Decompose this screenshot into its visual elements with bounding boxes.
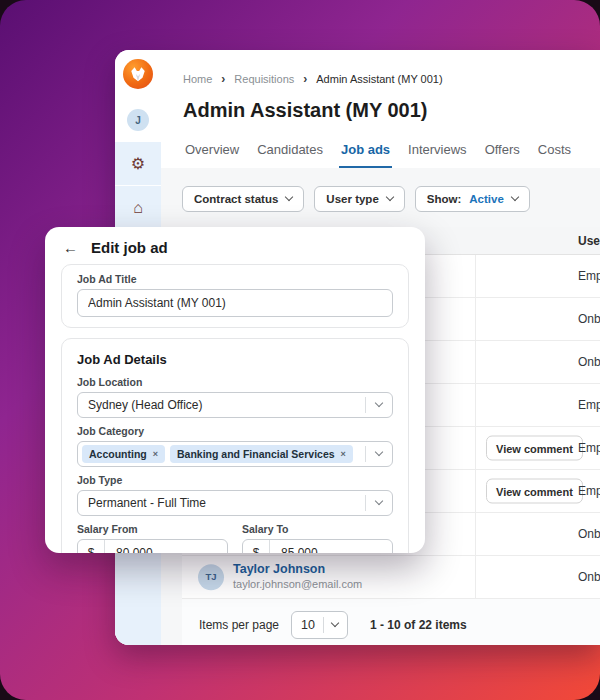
avatar: TJ [198,564,224,590]
currency-symbol: $ [78,540,105,553]
tab-job-ads[interactable]: Job ads [339,142,392,168]
column-divider [475,427,476,469]
show-filter[interactable]: Show: Active [415,186,530,212]
chevron-down-icon [366,404,392,406]
user-status: Employee [578,269,600,283]
tab-costs[interactable]: Costs [536,142,573,168]
table-row: TJTaylor Johnsontaylor.johnson@email.com… [182,556,600,599]
user-status: Employee [578,484,600,498]
category-chip: Accounting× [82,445,165,463]
contract-status-label: Contract status [194,193,278,205]
page-background: J ⚙ ⌂ Home › Requisitions › Admin Assist… [0,0,600,700]
sidebar-item-home[interactable]: ⌂ [115,186,161,230]
job-location-field: Job Location Sydney (Head Office) [77,377,393,418]
column-divider [475,384,476,426]
job-type-select[interactable]: Permanent - Full Time [77,490,393,516]
user-email: taylor.johnson@email.com [233,578,362,592]
salary-from-label: Salary From [77,524,228,535]
salary-from-input[interactable] [105,546,227,553]
breadcrumb-requisitions[interactable]: Requisitions [234,73,294,85]
user-status: Employee [578,398,600,412]
view-comment-button[interactable]: View comment [486,479,583,504]
chevron-down-icon [366,502,392,504]
job-ad-title-label: Job Ad Title [77,274,393,285]
job-ad-details-card: Job Ad Details Job Location Sydney (Head… [61,338,409,553]
job-category-field: Job Category Accounting×Banking and Fina… [77,426,393,467]
user-status: Onboarding [578,312,600,326]
pagination-bar: Items per page 10 1 - 10 of 22 items [182,599,600,645]
job-location-value: Sydney (Head Office) [78,398,365,412]
user-type-filter[interactable]: User type [314,186,404,212]
breadcrumb-current: Admin Assistant (MY 001) [316,73,442,85]
category-chip: Banking and Financial Services× [170,445,353,463]
user-status: Employee [578,441,600,455]
back-arrow-icon[interactable]: ← [63,240,78,255]
job-ad-title-card: Job Ad Title [61,264,409,328]
user-status: Onboarding [578,355,600,369]
column-divider [475,341,476,383]
job-ad-details-heading: Job Ad Details [77,352,393,367]
column-divider [475,298,476,340]
items-per-page-select[interactable]: 10 [291,611,348,639]
gear-icon: ⚙ [131,156,145,172]
tab-candidates[interactable]: Candidates [255,142,325,168]
job-location-label: Job Location [77,377,393,388]
sidebar-item-settings[interactable]: ⚙ [115,142,161,186]
view-comment-button[interactable]: View comment [486,436,583,461]
app-logo-button[interactable] [115,50,161,98]
items-per-page-label: Items per page [199,618,279,632]
tab-bar: OverviewCandidatesJob adsInterviewsOffer… [183,142,600,168]
user-status: Onboarding [578,570,600,584]
job-ad-title-input[interactable] [77,289,393,317]
chevron-down-icon [366,453,392,455]
breadcrumb: Home › Requisitions › Admin Assistant (M… [161,50,600,86]
remove-chip-icon[interactable]: × [341,449,346,459]
avatar: J [127,109,149,131]
remove-chip-icon[interactable]: × [153,449,158,459]
chip-label: Banking and Financial Services [177,448,335,460]
user-status: Onboarding [578,527,600,541]
modal-header: ← Edit job ad [45,227,425,264]
job-category-chips: Accounting×Banking and Financial Service… [78,445,365,463]
breadcrumb-home[interactable]: Home [183,73,212,85]
column-divider [475,470,476,512]
show-value: Active [469,193,504,205]
divider [323,617,324,633]
job-category-select[interactable]: Accounting×Banking and Financial Service… [77,441,393,467]
salary-to-field: Salary To $ [242,524,393,553]
user-cell: TJTaylor Johnsontaylor.johnson@email.com [198,562,362,591]
job-category-label: Job Category [77,426,393,437]
filter-row: Contract status User type Show: Active [182,186,600,212]
column-divider [475,255,476,297]
edit-job-ad-modal: ← Edit job ad Job Ad Title Job Ad Detail… [45,227,425,553]
contract-status-filter[interactable]: Contract status [182,186,304,212]
job-location-select[interactable]: Sydney (Head Office) [77,392,393,418]
salary-from-field: Salary From $ [77,524,228,553]
show-label: Show: [427,193,462,205]
currency-symbol: $ [243,540,270,553]
user-avatar-button[interactable]: J [115,98,161,142]
home-icon: ⌂ [133,200,143,216]
column-header-user: User [578,234,600,248]
chevron-right-icon: › [303,72,307,86]
chevron-down-icon [331,619,339,627]
chevron-down-icon [511,193,519,201]
modal-title: Edit job ad [91,239,168,256]
column-divider [475,513,476,555]
user-name-link[interactable]: Taylor Johnson [233,562,362,578]
salary-to-label: Salary To [242,524,393,535]
chevron-right-icon: › [221,72,225,86]
salary-to-input[interactable] [270,546,392,553]
user-type-label: User type [326,193,378,205]
pagination-range: 1 - 10 of 22 items [370,618,467,632]
tab-overview[interactable]: Overview [183,142,241,168]
job-type-field: Job Type Permanent - Full Time [77,475,393,516]
fox-logo-icon [123,59,153,89]
job-type-value: Permanent - Full Time [78,496,365,510]
tab-interviews[interactable]: Interviews [406,142,469,168]
items-per-page-value: 10 [301,618,315,632]
column-divider [475,556,476,598]
page-title: Admin Assistant (MY 001) [183,99,600,122]
tab-offers[interactable]: Offers [483,142,522,168]
job-type-label: Job Type [77,475,393,486]
